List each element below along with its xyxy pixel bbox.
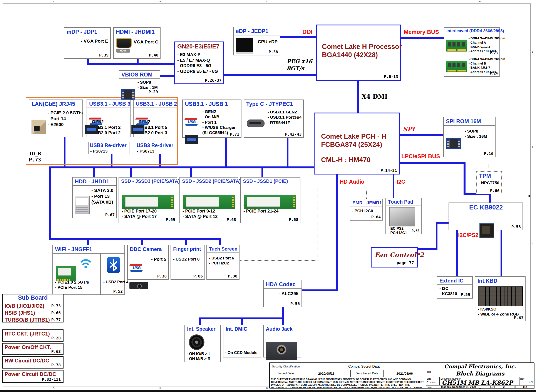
usb-port-icon <box>185 135 198 144</box>
box-tuch-screen: Tuch Screen - USB2 Port 6- PCH I2C2 P.38 <box>206 245 240 280</box>
spec-line: - ON M/B > R <box>187 356 211 361</box>
date-label: Date: <box>427 386 432 388</box>
page-ref: P.52 <box>113 289 123 294</box>
spec-line: - NPCT750 <box>479 180 499 186</box>
ruler-letter: B <box>159 0 161 3</box>
wifi-divider <box>100 253 101 294</box>
box-title: Type C - JTYPEC1 <box>244 100 303 108</box>
box-tpm: TPM - NPCT750 P.66 <box>476 171 502 194</box>
box-dimm: Interleaved (DDR4 2666/2993) - DDR4 So-D… <box>444 27 500 77</box>
box-title: VBIOS ROM <box>119 71 160 79</box>
box-fingerprint: Finger print - USB2 Port 8 P.66 <box>171 245 205 280</box>
dimm-channel-b: - DDR4 So-DIMM 260 pin- Channel B- BANK … <box>444 56 499 76</box>
box-hda-codec: HDA Codec - ALC295 P.56 <box>263 280 302 307</box>
cpu-subtitle: BGA1440 (42X28) <box>322 51 378 59</box>
security-classification-label: Security Classification <box>270 363 302 370</box>
security-classification-value: Compal Secret Data <box>302 363 426 370</box>
page-ref: P.71 <box>230 132 239 136</box>
spec-lines: - KSI/KSO- W/BL or 4 Zone RGB <box>478 307 519 317</box>
box-title: HDA Codec <box>264 280 302 289</box>
legal-text: THIS SHEET OF ENGINEERING DRAWING IS THE… <box>270 377 426 388</box>
spec-line: - SOP8 <box>465 129 487 134</box>
page-ref: P.66 <box>51 311 61 315</box>
ruler-letter: C <box>266 0 268 3</box>
bus-hdaudio-v <box>336 174 338 291</box>
spec-line: - GDDR6 E5 E7 - 8G <box>177 69 218 74</box>
bluetooth-icon <box>107 257 120 273</box>
page-ref: P.63 <box>514 316 523 320</box>
box-title: USB3 Re-driver <box>89 142 129 149</box>
spec-lines: - DDR4 So-DIMM 260 pin- Channel B- BANK … <box>469 57 505 74</box>
bottom-black-bar <box>0 390 536 392</box>
spec-line: - Port 13 <box>91 193 113 199</box>
issued-date-label: Issued Date <box>270 370 302 377</box>
ruler-letter: B <box>159 387 161 389</box>
label-io-b-page: P.73 <box>29 157 41 163</box>
spec-line: - ON IO/B > L <box>187 351 211 356</box>
bus-wifi-drop <box>87 238 89 245</box>
usb-port-icon <box>131 125 144 134</box>
superspeed-usb-logo-icon: USB <box>89 117 103 125</box>
page-ref: P.29 <box>149 89 158 94</box>
bus-finger-drop <box>185 238 187 245</box>
spec-lines: - SATA 3.0- Port 13(SATA 0B) <box>91 187 113 205</box>
camera-icon <box>129 282 148 289</box>
box-cpu: Comet Lake H Processor BGA1440 (42X28) P… <box>316 24 401 81</box>
page-ref: P.26-37 <box>205 78 221 83</box>
spec-lines: - SOP8- Size : 1M <box>138 80 158 90</box>
hdmi-badge: HDMI <box>116 49 130 53</box>
spec-lines: - VGA Port E <box>81 38 108 44</box>
box-ssd2: SSD - JSSD2 (PCIE/SATA) - PCIE 2.0 5GT/s… <box>180 177 238 223</box>
spec-lines: - USB2 Port 4 <box>103 280 128 285</box>
title-cell: Title Block Diagrams <box>426 370 535 377</box>
label-peg-1: PEG x16 <box>287 58 312 65</box>
pch-title: Comet Lake PCH - H <box>321 133 386 140</box>
box-jusb2: USB3.1 - JUSB 2 USB - GEN2- USB3.1 Port … <box>133 99 177 137</box>
spec-line: - SATA @ Port 12 <box>183 214 218 219</box>
label-ddi: DDI <box>302 29 313 35</box>
bus-main-bottom-h <box>49 238 221 240</box>
spec-lines: - PS8713 <box>90 149 107 154</box>
usb-c-port-icon <box>247 120 265 127</box>
box-title: DDC Camera <box>128 245 168 253</box>
box-title: Int.KBD <box>475 277 525 285</box>
document-number-value: GH51M MB LA-K862P <box>442 379 513 386</box>
spec-line: - SOP8 <box>138 80 158 85</box>
spec-line: - E2600 <box>48 122 83 128</box>
spec-line: - PCH I2C1 <box>388 231 407 235</box>
box-title: Audio Jack <box>264 325 301 333</box>
box-hdmi: HDMI - JHDMI1 HDMI - VGA Port C P.40 <box>113 27 161 59</box>
bus-ddc-drop <box>141 238 143 245</box>
box-extend-ic: Extend IC - I2C- KC3810 P.59 <box>437 276 473 299</box>
spec-line: - Port 14 <box>48 116 83 122</box>
spec-line: - PCH I2C2 <box>209 261 234 266</box>
spec-line: (SATA 0B) <box>91 199 113 205</box>
page-ref: P.63 <box>51 349 61 354</box>
box-title: HDMI - JHDMI1 <box>114 28 160 36</box>
box-title: Interleaved (DDR4 2666/2993) <box>444 28 499 34</box>
ec-chip-icon <box>479 223 494 238</box>
wire-touchpad-ec <box>422 215 449 215</box>
spec-lines: - USB2 Port 6- PCH I2C2 <box>209 256 234 266</box>
label-lpc: LPC/eSPI BUS <box>401 153 440 160</box>
spec-line: - KSI/KSO <box>478 307 519 312</box>
page-ref: P.82-111 <box>42 377 61 382</box>
lcd-panel-icon <box>236 37 253 54</box>
hi-speed-usb-logo-icon: USB <box>130 264 143 272</box>
bus-x4dmi <box>357 81 359 113</box>
spec-line: - W/BL or 4 Zone RGB <box>478 312 519 317</box>
spec-line: - E3 MAX-P <box>177 52 218 58</box>
page-ref: P.66 <box>490 188 499 193</box>
spec-lines: - EC PS2- PCH I2C1 <box>388 226 407 235</box>
page-ref: P.67 <box>105 213 115 217</box>
block-diagram-sheet: A B C D E A B C D E 1 2 3 <box>0 0 536 392</box>
box-power-onoff: Power On/Off CKT. P.63 <box>2 343 63 355</box>
box-usb3-redriver-2: USB3 Re-driver - PS8713 <box>135 142 177 154</box>
superspeed-usb-logo-icon: USB <box>136 117 149 125</box>
sheet-of-label: of <box>514 386 516 388</box>
bus-ssd2-drop <box>190 168 192 177</box>
spec-lines: - On CCD Module <box>225 350 257 355</box>
sub-board-label: TURBO/B (JTRB1) <box>5 317 50 323</box>
date-cell: Date: Monday, December 21, 2020 <box>426 385 488 388</box>
spec-line: - USB3.1 Port3&4 <box>268 115 302 120</box>
